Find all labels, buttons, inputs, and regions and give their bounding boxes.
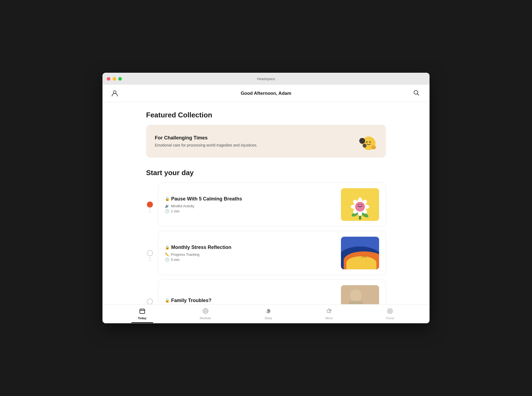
close-button[interactable] xyxy=(107,77,110,81)
svg-rect-24 xyxy=(349,301,363,304)
svg-rect-26 xyxy=(141,309,141,310)
activity-card-3[interactable]: 🔒 Family Troubles? xyxy=(158,279,386,304)
window-controls xyxy=(107,77,122,81)
featured-card[interactable]: For Challenging Times Emotional care for… xyxy=(146,125,386,158)
bottom-nav: Today Meditate Sleep xyxy=(102,304,430,323)
step-indicator-1 xyxy=(146,201,154,208)
activity-row-3: 🔒 Family Troubles? xyxy=(146,279,386,304)
activity-type-2: ✏️ Progress Tracking xyxy=(165,252,231,257)
svg-point-4 xyxy=(369,141,371,142)
nav-item-focus[interactable]: Focus xyxy=(386,308,394,320)
featured-card-title: For Challenging Times xyxy=(155,135,258,141)
step-dot-inactive-3 xyxy=(147,298,153,304)
main-content: Featured Collection For Challenging Time… xyxy=(102,102,430,304)
featured-card-text: For Challenging Times Emotional care for… xyxy=(155,135,258,147)
nav-label-today: Today xyxy=(138,316,147,320)
nav-item-sleep[interactable]: Sleep xyxy=(264,308,272,320)
nav-label-focus: Focus xyxy=(386,316,394,320)
clock-icon-1: 🕐 xyxy=(165,209,169,213)
activity-image-2 xyxy=(341,237,379,269)
activity-meta-2: ✏️ Progress Tracking 🕐 5 min xyxy=(165,252,231,262)
profile-icon[interactable] xyxy=(111,90,119,97)
step-dot-active xyxy=(147,202,153,208)
lock-icon-2: 🔒 xyxy=(165,245,170,249)
activity-row-1: 🔒 Pause With 5 Calming Breaths 🔊 Mindful… xyxy=(146,182,386,227)
window-title: Headspace xyxy=(257,77,275,81)
nav-label-sleep: Sleep xyxy=(264,316,272,320)
dashed-line-1 xyxy=(150,208,150,213)
activity-info-2: 🔒 Monthly Stress Reflection ✏️ Progress … xyxy=(165,245,231,262)
activity-info-1: 🔒 Pause With 5 Calming Breaths 🔊 Mindful… xyxy=(165,196,242,213)
activity-row-2: 🔒 Monthly Stress Reflection ✏️ Progress … xyxy=(146,231,386,275)
search-icon[interactable] xyxy=(413,90,421,97)
move-icon xyxy=(326,308,332,315)
activity-card-2[interactable]: 🔒 Monthly Stress Reflection ✏️ Progress … xyxy=(158,231,386,275)
pencil-icon: ✏️ xyxy=(165,252,169,257)
svg-rect-25 xyxy=(140,309,145,313)
sleep-icon xyxy=(265,308,271,315)
activity-title-2: 🔒 Monthly Stress Reflection xyxy=(165,245,231,250)
meditate-icon xyxy=(202,308,208,315)
activity-title-1: 🔒 Pause With 5 Calming Breaths xyxy=(165,196,242,202)
step-indicator-3 xyxy=(146,298,154,304)
dashed-line-2 xyxy=(150,257,150,261)
header: Good Afternoon, Adam xyxy=(102,85,430,102)
activity-duration-2: 🕐 5 min xyxy=(165,258,231,262)
start-your-day-section: Start your day 🔒 Pause With 5 Calming Br… xyxy=(146,169,386,304)
activity-meta-1: 🔊 Mindful Activity 🕐 1 min xyxy=(165,204,242,213)
nav-item-meditate[interactable]: Meditate xyxy=(200,308,211,320)
title-bar: Headspace xyxy=(102,73,430,85)
lock-icon-1: 🔒 xyxy=(165,197,170,201)
activity-list: 🔒 Pause With 5 Calming Breaths 🔊 Mindful… xyxy=(146,182,386,304)
svg-point-6 xyxy=(363,144,367,148)
minimize-button[interactable] xyxy=(113,77,116,81)
step-dot-inactive-2 xyxy=(147,250,153,256)
featured-card-description: Emotional care for processing world trag… xyxy=(155,143,258,147)
nav-item-today[interactable]: Today xyxy=(138,308,147,320)
activity-image-1 xyxy=(341,188,379,221)
nav-item-move[interactable]: Move xyxy=(325,308,333,320)
svg-point-29 xyxy=(204,310,207,312)
focus-icon xyxy=(387,308,393,315)
lock-icon-3: 🔒 xyxy=(165,298,170,303)
step-indicator-2 xyxy=(146,249,154,257)
activity-info-3: 🔒 Family Troubles? xyxy=(165,298,211,304)
activity-title-3: 🔒 Family Troubles? xyxy=(165,298,211,303)
svg-point-0 xyxy=(113,91,116,93)
featured-illustration xyxy=(355,132,377,150)
speaker-icon: 🔊 xyxy=(165,204,169,208)
featured-collection-title: Featured Collection xyxy=(146,111,386,119)
svg-point-23 xyxy=(350,290,362,301)
svg-point-28 xyxy=(203,309,208,313)
svg-point-33 xyxy=(389,310,391,312)
activity-type-1: 🔊 Mindful Activity xyxy=(165,204,242,208)
nav-label-meditate: Meditate xyxy=(200,316,211,320)
greeting-text: Good Afternoon, Adam xyxy=(241,91,291,96)
maximize-button[interactable] xyxy=(118,77,122,81)
activity-card-1[interactable]: 🔒 Pause With 5 Calming Breaths 🔊 Mindful… xyxy=(158,182,386,227)
today-icon xyxy=(139,308,145,315)
svg-point-5 xyxy=(359,138,365,144)
activity-duration-1: 🕐 1 min xyxy=(165,209,242,213)
svg-point-7 xyxy=(371,145,376,149)
svg-point-3 xyxy=(366,141,367,142)
start-section-title: Start your day xyxy=(146,169,386,177)
app-window: Headspace Good Afternoon, Adam Featured … xyxy=(102,73,430,323)
svg-rect-27 xyxy=(143,309,144,310)
clock-icon-2: 🕐 xyxy=(165,258,169,262)
activity-image-3 xyxy=(341,285,379,304)
nav-label-move: Move xyxy=(325,316,333,320)
